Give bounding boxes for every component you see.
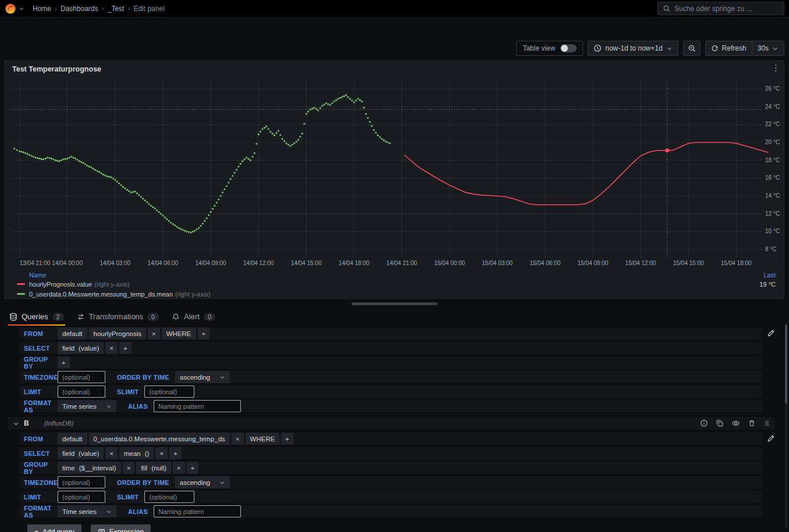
query-header-actions (700, 419, 770, 427)
timeseries-chart[interactable]: 8 °C10 °C12 °C14 °C16 °C18 °C20 °C22 °C2… (5, 76, 783, 270)
timeseries-panel: Test Temperaturprognose ⋮ 8 °C10 °C12 °C… (5, 60, 784, 299)
groupby-fill-segment[interactable]: fill (null) (136, 462, 170, 474)
svg-text:12 °C: 12 °C (765, 210, 780, 217)
refresh-interval-dropdown[interactable]: 30s (752, 41, 784, 56)
add-groupby-button[interactable]: + (187, 462, 199, 474)
alias-keyword: ALIAS (122, 403, 154, 410)
series-color-line (17, 283, 25, 285)
toggle-knob (561, 45, 568, 52)
expression-button[interactable]: Expression (91, 524, 151, 532)
format-keyword: FORMAT AS (19, 399, 58, 413)
legend-row[interactable]: 0_userdata.0.Messwerte.messung_temp_ds.m… (17, 289, 776, 299)
remove-segment-button[interactable]: × (173, 462, 185, 474)
refresh-button[interactable]: Refresh (705, 41, 752, 56)
scrollbar-thumb[interactable] (785, 324, 787, 404)
grafana-logo[interactable] (5, 3, 16, 15)
timezone-input[interactable] (58, 476, 105, 488)
refresh-group: Refresh 30s (705, 41, 784, 56)
select-mean-segment[interactable]: mean () (119, 447, 154, 459)
panel-resize-handle[interactable] (351, 302, 438, 305)
format-dropdown[interactable]: Time series (58, 505, 116, 517)
limit-keyword: LIMIT (19, 388, 58, 395)
svg-text:14/04 12:00: 14/04 12:00 (243, 260, 274, 266)
remove-query-trash-icon[interactable] (748, 419, 756, 427)
add-condition-button[interactable]: + (198, 327, 210, 340)
alias-input[interactable] (154, 505, 241, 517)
hide-query-eye-icon[interactable] (731, 419, 740, 427)
where-keyword-segment: WHERE (246, 433, 280, 445)
timezone-input[interactable] (58, 371, 105, 383)
remove-segment-button[interactable]: × (105, 342, 118, 354)
edit-query-pencil-icon[interactable] (767, 434, 775, 442)
where-keyword-segment: WHERE (162, 327, 196, 340)
remove-segment-button[interactable]: × (148, 327, 160, 340)
select-field-segment[interactable]: field (value) (58, 342, 104, 354)
time-range-picker[interactable]: now-1d to now+1d (588, 41, 678, 56)
legend-row[interactable]: hourlyPrognosis.value (right y-axis) 19 … (17, 279, 776, 289)
function-name: time (62, 465, 75, 472)
panel-toolbar: Table view now-1d to now+1d Refresh 30s (0, 17, 789, 60)
duplicate-query-icon[interactable] (716, 419, 724, 427)
chevron-down-icon[interactable] (19, 6, 24, 12)
panel-menu-icon[interactable]: ⋮ (772, 63, 780, 72)
format-row: FORMAT AS Time series ALIAS (19, 505, 762, 517)
remove-segment-button[interactable]: × (232, 433, 244, 445)
svg-text:13/04 21:00: 13/04 21:00 (20, 260, 51, 266)
legend-last-value: 19 °C (759, 281, 776, 288)
select-field-segment[interactable]: field (value) (58, 447, 104, 459)
expression-label: Expression (109, 528, 144, 532)
bell-icon (172, 313, 180, 321)
alias-input[interactable] (154, 400, 241, 412)
query-help-icon[interactable] (700, 419, 708, 427)
slimit-input[interactable] (144, 385, 194, 398)
legend-last-header[interactable]: Last (763, 272, 776, 279)
breadcrumb-dashboards[interactable]: Dashboards (59, 5, 99, 13)
add-condition-button[interactable]: + (281, 433, 293, 445)
drag-handle-icon[interactable] (763, 419, 770, 427)
datasource-segment[interactable]: default (58, 327, 87, 340)
add-query-button[interactable]: + Add query (27, 524, 81, 532)
slimit-keyword: SLIMIT (111, 388, 144, 395)
svg-text:26 °C: 26 °C (765, 85, 780, 92)
tab-queries[interactable]: Queries 2 (9, 312, 64, 326)
orderby-dropdown[interactable]: ascending (175, 476, 230, 488)
function-arg: (null) (151, 465, 166, 472)
add-select-button[interactable]: + (169, 447, 182, 459)
remove-segment-button[interactable]: × (123, 462, 135, 474)
slimit-keyword: SLIMIT (111, 494, 144, 501)
legend-name-header[interactable]: Name (29, 272, 46, 279)
limit-input[interactable] (58, 491, 105, 503)
chevron-down-icon (219, 480, 225, 485)
groupby-time-segment[interactable]: time ($__interval) (58, 462, 121, 474)
remove-segment-button[interactable]: × (105, 447, 118, 459)
limit-input[interactable] (58, 385, 105, 398)
remove-segment-button[interactable]: × (155, 447, 168, 459)
breadcrumb-dashboard-name[interactable]: _Test (106, 5, 126, 13)
svg-text:14/04 09:00: 14/04 09:00 (196, 260, 226, 266)
add-select-button[interactable]: + (119, 342, 132, 354)
function-arg: (value) (79, 345, 99, 352)
collapse-chevron-icon[interactable] (13, 420, 19, 427)
legend-axis-note: (right y-axis) (175, 291, 211, 298)
svg-text:18 °C: 18 °C (765, 157, 780, 163)
breadcrumb-home[interactable]: Home (31, 5, 52, 13)
add-groupby-button[interactable]: + (58, 356, 70, 369)
limit-row: LIMIT SLIMIT (19, 385, 762, 398)
search-input[interactable] (674, 5, 779, 13)
datasource-segment[interactable]: default (58, 433, 87, 445)
tab-label: Queries (22, 312, 48, 321)
tab-alert[interactable]: Alert 0 (172, 312, 215, 326)
table-view-toggle[interactable] (560, 44, 577, 52)
format-dropdown[interactable]: Time series (58, 400, 116, 412)
slimit-input[interactable] (144, 491, 194, 503)
measurement-segment[interactable]: 0_userdata.0.Messwerte.messung_temp_ds (89, 433, 230, 445)
svg-text:10 °C: 10 °C (765, 228, 780, 234)
measurement-segment[interactable]: hourlyPrognosis (89, 327, 146, 340)
orderby-dropdown[interactable]: ascending (175, 371, 230, 383)
svg-text:24 °C: 24 °C (765, 103, 780, 110)
zoom-out-button[interactable] (683, 41, 701, 56)
select-keyword: SELECT (19, 345, 58, 352)
query-ref-letter[interactable]: B (24, 419, 29, 427)
edit-query-pencil-icon[interactable] (767, 329, 775, 337)
tab-transformations[interactable]: Transformations 0 (77, 312, 159, 326)
